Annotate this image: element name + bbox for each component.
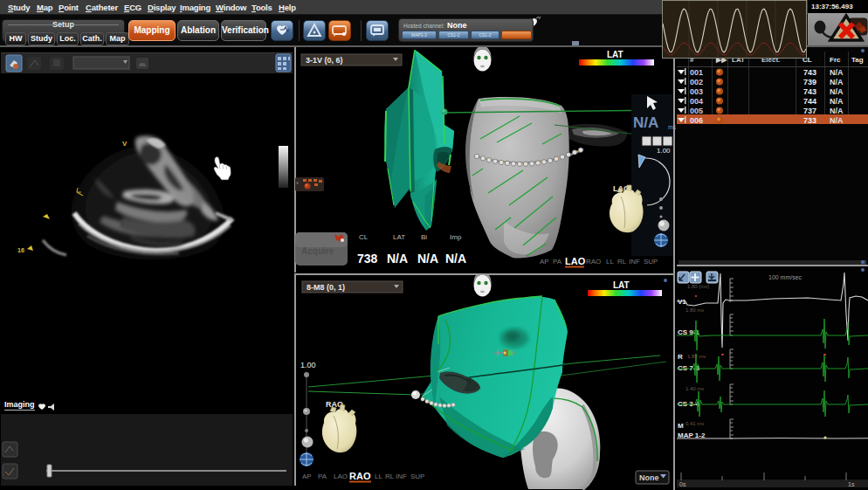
svg-text:006: 006 [690, 116, 703, 125]
svg-text:1s: 1s [848, 481, 855, 487]
svg-text:3-1V (0, 6): 3-1V (0, 6) [306, 56, 343, 65]
svg-text:SUP: SUP [410, 473, 424, 480]
svg-text:CL: CL [359, 233, 369, 241]
svg-text:N/A: N/A [830, 97, 844, 106]
svg-text:Frc: Frc [830, 56, 841, 64]
svg-text:LAT: LAT [607, 50, 623, 59]
svg-text:SUP: SUP [644, 258, 658, 266]
svg-text:PA: PA [318, 473, 327, 480]
svg-text:Imp: Imp [450, 233, 462, 241]
svg-text:N/A: N/A [830, 116, 844, 125]
svg-text:N/A: N/A [417, 252, 438, 266]
svg-text:RAO: RAO [586, 258, 601, 266]
svg-text:AP: AP [540, 258, 549, 266]
svg-text:N/A: N/A [830, 87, 844, 96]
svg-text:LAT: LAT [393, 233, 405, 241]
svg-text:LL: LL [606, 258, 614, 266]
svg-text:0.41 mv: 0.41 mv [685, 421, 704, 426]
svg-text:100 mm/sec: 100 mm/sec [768, 274, 803, 280]
svg-text:LAT: LAT [613, 280, 630, 290]
svg-text:001: 001 [690, 68, 703, 77]
svg-text:737: 737 [803, 107, 816, 115]
svg-text:V: V [122, 140, 127, 148]
svg-text:003: 003 [690, 87, 703, 96]
svg-text:RAO: RAO [349, 471, 371, 481]
svg-text:743: 743 [803, 87, 816, 96]
svg-text:Bi: Bi [421, 233, 427, 241]
svg-text:INF: INF [396, 473, 407, 480]
svg-text:LAO: LAO [565, 256, 586, 266]
svg-text:002: 002 [690, 78, 703, 86]
svg-text:743: 743 [803, 68, 816, 77]
svg-text:1.80 mv: 1.80 mv [685, 307, 704, 313]
svg-text:8-M8 (0, 1): 8-M8 (0, 1) [307, 283, 345, 292]
svg-text:LL: LL [375, 473, 382, 480]
svg-text:N/A: N/A [830, 107, 844, 115]
svg-text:RL: RL [617, 258, 627, 266]
svg-text:None: None [639, 473, 659, 482]
svg-text:Tag: Tag [851, 56, 864, 64]
svg-text:PA: PA [553, 258, 562, 266]
svg-text:N/A: N/A [830, 68, 844, 77]
svg-text:N/A: N/A [387, 252, 408, 266]
svg-text:0s: 0s [679, 481, 686, 487]
svg-text:1.00: 1.00 [657, 147, 671, 155]
svg-text:739: 739 [803, 78, 816, 86]
svg-text:RL: RL [385, 473, 395, 480]
svg-text:M: M [678, 422, 684, 430]
svg-text:1.00: 1.00 [300, 361, 316, 369]
svg-text:733: 733 [803, 116, 816, 125]
svg-text:004: 004 [690, 97, 703, 106]
svg-text:AP: AP [302, 473, 312, 480]
svg-text:16: 16 [17, 247, 24, 253]
svg-text:R: R [678, 353, 683, 361]
svg-text:1.80 (mv): 1.80 (mv) [687, 284, 709, 289]
svg-text:N/A: N/A [633, 114, 658, 131]
svg-text:INF: INF [629, 258, 640, 266]
svg-text:x: x [296, 180, 299, 185]
svg-text:738: 738 [357, 252, 378, 266]
svg-text:Acquire: Acquire [301, 246, 334, 256]
svg-text:N/A: N/A [830, 78, 844, 86]
svg-text:744: 744 [803, 97, 816, 106]
svg-text:N/A: N/A [445, 252, 466, 266]
svg-text:1.80 mv: 1.80 mv [687, 354, 706, 359]
svg-text:005: 005 [690, 107, 703, 115]
svg-text:1.40 mv: 1.40 mv [685, 386, 704, 391]
svg-text:LAO: LAO [334, 473, 348, 480]
